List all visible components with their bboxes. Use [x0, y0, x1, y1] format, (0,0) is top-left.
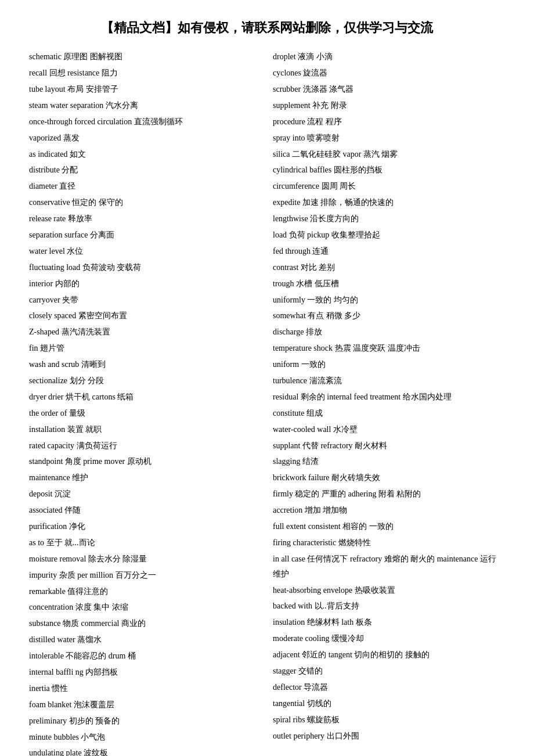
right-entry-40: spiral ribs 螺旋筋板	[273, 712, 505, 728]
right-entry-38: deflector 导流器	[273, 680, 505, 695]
left-entry-40: foam blanket 泡沫覆盖层	[29, 697, 261, 712]
right-entry-33: backed with 以..背后支持	[273, 599, 505, 614]
left-entry-23: installation 装置 就职	[29, 422, 261, 437]
left-entry-13: fluctuating load 负荷波动 变载荷	[29, 260, 261, 275]
right-entry-18: temperature shock 热震 温度突跃 温度冲击	[273, 341, 505, 356]
right-entry-3: supplement 补充 附录	[273, 98, 505, 113]
right-entry-36: adjacent 邻近的 tangent 切向的相切的 接触的	[273, 647, 505, 663]
left-entry-3: steam water separation 汽水分离	[29, 98, 261, 113]
header: 【精品文档】如有侵权，请联系网站删除，仅供学习与交流	[29, 17, 505, 38]
left-entry-10: release rate 释放率	[29, 211, 261, 226]
left-entry-5: vaporized 蒸发	[29, 131, 261, 146]
header-text: 【精品文档】如有侵权，请联系网站删除，仅供学习与交流	[101, 20, 433, 35]
right-entry-20: turbulence 湍流紊流	[273, 373, 505, 388]
left-entry-28: associated 伴随	[29, 503, 261, 518]
right-entry-26: brickwork failure 耐火砖墙失效	[273, 470, 505, 485]
left-entry-43: undulating plate 波纹板	[29, 746, 261, 756]
left-entry-9: conservative 恒定的 保守的	[29, 195, 261, 210]
left-entry-18: fin 翅片管	[29, 341, 261, 356]
right-entry-6: silica 二氧化硅硅胶 vapor 蒸汽 烟雾	[273, 147, 505, 162]
right-entry-23: water-cooled wall 水冷壁	[273, 422, 505, 437]
left-entry-12: water level 水位	[29, 244, 261, 259]
left-entry-38: internal baffli ng 内部挡板	[29, 665, 261, 680]
left-entry-1: recall 回想 resistance 阻力	[29, 66, 261, 81]
left-entry-27: deposit 沉淀	[29, 487, 261, 502]
left-entry-34: concentration 浓度 集中 浓缩	[29, 600, 261, 615]
left-entry-21: dryer drier 烘干机 cartons 纸箱	[29, 390, 261, 405]
left-entry-4: once-through forced circulation 直流强制循环	[29, 114, 261, 129]
left-entry-7: distribute 分配	[29, 163, 261, 178]
right-entry-1: cyclones 旋流器	[273, 66, 505, 81]
right-entry-9: expedite 加速 排除，畅通的快速的	[273, 195, 505, 210]
right-entry-13: contrast 对比 差别	[273, 260, 505, 275]
left-entry-11: separation surface 分离面	[29, 228, 261, 243]
right-entry-24: supplant 代替 refractory 耐火材料	[273, 438, 505, 453]
right-entry-30: firing characteristic 燃烧特性	[273, 535, 505, 550]
left-entry-17: Z-shaped 蒸汽清洗装置	[29, 325, 261, 340]
right-entry-34: insulation 绝缘材料 lath 板条	[273, 615, 505, 630]
left-entry-25: standpoint 角度 prime mover 原动机	[29, 454, 261, 469]
right-entry-14: trough 水槽 低压槽	[273, 276, 505, 291]
right-entry-29: full extent consistent 相容的 一致的	[273, 519, 505, 534]
right-entry-28: accretion 增加 增加物	[273, 503, 505, 518]
right-entry-16: somewhat 有点 稍微 多少	[273, 308, 505, 323]
right-entry-12: fed through 连通	[273, 244, 505, 259]
right-entry-8: circumference 圆周 周长	[273, 179, 505, 194]
left-entry-31: moisture removal 除去水分 除湿量	[29, 552, 261, 567]
right-entry-41: outlet periphery 出口外围	[273, 729, 505, 744]
left-entry-0: schematic 原理图 图解视图	[29, 49, 261, 64]
left-entry-2: tube layout 布局 安排管子	[29, 82, 261, 97]
right-column: droplet 液滴 小滴cyclones 旋流器scrubber 洗涤器 涤气…	[273, 49, 505, 756]
content: schematic 原理图 图解视图recall 回想 resistance 阻…	[29, 49, 505, 756]
right-entry-11: load 负荷 pickup 收集整理拾起	[273, 228, 505, 243]
left-entry-30: as to 至于 就...而论	[29, 535, 261, 550]
right-entry-7: cylindrical baffles 圆柱形的挡板	[273, 163, 505, 178]
left-column: schematic 原理图 图解视图recall 回想 resistance 阻…	[29, 49, 261, 756]
right-entry-5: spray into 喷雾喷射	[273, 131, 505, 146]
right-entry-25: slagging 结渣	[273, 454, 505, 469]
right-entry-27: firmly 稳定的 严重的 adhering 附着 粘附的	[273, 487, 505, 502]
left-entry-6: as indicated 如文	[29, 147, 261, 162]
left-entry-24: rated capacity 满负荷运行	[29, 438, 261, 453]
left-entry-33: remarkable 值得注意的	[29, 584, 261, 599]
right-entry-39: tangential 切线的	[273, 696, 505, 711]
left-entry-19: wash and scrub 清晰到	[29, 357, 261, 372]
left-entry-36: distilled water 蒸馏水	[29, 632, 261, 647]
left-entry-22: the order of 量级	[29, 406, 261, 421]
right-entry-19: uniform 一致的	[273, 357, 505, 372]
right-entry-0: droplet 液滴 小滴	[273, 49, 505, 64]
right-entry-15: uniformly 一致的 均匀的	[273, 293, 505, 308]
left-entry-8: diameter 直径	[29, 179, 261, 194]
left-entry-42: minute bubbles 小气泡	[29, 730, 261, 745]
right-entry-37: stagger 交错的	[273, 664, 505, 679]
right-entry-22: constitute 组成	[273, 406, 505, 421]
left-entry-41: preliminary 初步的 预备的	[29, 714, 261, 729]
left-entry-32: impurity 杂质 per million 百万分之一	[29, 568, 261, 583]
right-entry-35: moderate cooling 缓慢冷却	[273, 631, 505, 646]
right-entry-4: procedure 流程 程序	[273, 114, 505, 129]
left-entry-37: intolerable 不能容忍的 drum 桶	[29, 649, 261, 664]
left-entry-16: closely spaced 紧密空间布置	[29, 308, 261, 323]
right-entry-21: residual 剩余的 internal feed treatment 给水国…	[273, 390, 505, 405]
left-entry-14: interior 内部的	[29, 276, 261, 291]
left-entry-15: carryover 夹带	[29, 293, 261, 308]
right-entry-17: discharge 排放	[273, 325, 505, 340]
right-entry-32: heat-absorbing envelope 热吸收装置	[273, 583, 505, 598]
right-entry-31: in all case 任何情况下 refractory 难熔的 耐火的 mai…	[273, 552, 505, 582]
left-entry-26: maintenance 维护	[29, 470, 261, 485]
right-entry-2: scrubber 洗涤器 涤气器	[273, 82, 505, 97]
left-entry-20: sectionalize 划分 分段	[29, 373, 261, 388]
right-entry-10: lengthwise 沿长度方向的	[273, 211, 505, 226]
left-entry-29: purification 净化	[29, 519, 261, 534]
left-entry-39: inertia 惯性	[29, 681, 261, 696]
left-entry-35: substance 物质 commercial 商业的	[29, 616, 261, 631]
